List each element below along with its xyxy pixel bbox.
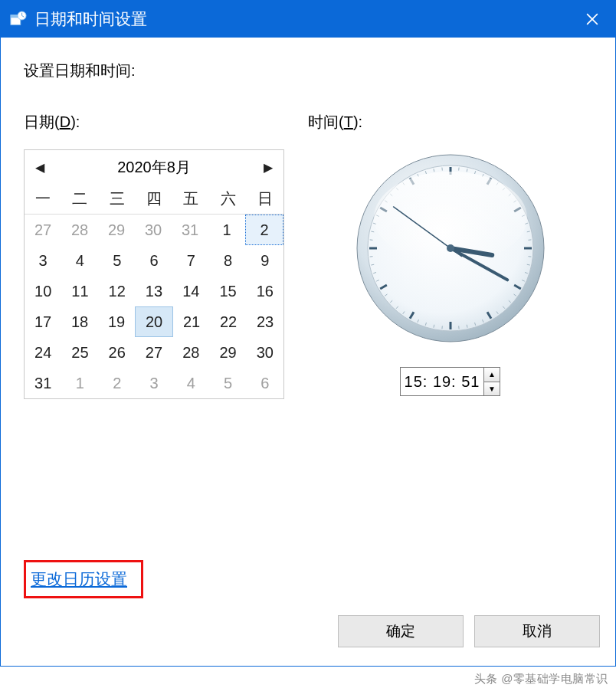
watermark: 头条 @零基础学电脑常识 <box>474 672 608 686</box>
cancel-button[interactable]: 取消 <box>474 615 600 647</box>
calendar-day[interactable]: 3 <box>136 368 172 398</box>
calendar-day[interactable]: 5 <box>99 245 136 276</box>
calendar-dow: 六 <box>209 184 246 215</box>
calendar-day[interactable]: 14 <box>172 276 209 306</box>
calendar-day[interactable]: 15 <box>209 276 246 306</box>
calendar-day[interactable]: 6 <box>247 368 283 398</box>
clock-area: ▲ ▼ <box>308 149 592 396</box>
calendar-day[interactable]: 20 <box>135 306 173 337</box>
calendar-day[interactable]: 7 <box>172 245 209 276</box>
date-label-key: D <box>60 113 70 130</box>
calendar-next-button[interactable]: ▶ <box>254 150 282 184</box>
calendar-dow: 三 <box>99 184 136 215</box>
calendar-day[interactable]: 11 <box>61 276 98 306</box>
calendar-day[interactable]: 18 <box>61 306 98 337</box>
calendar-day[interactable]: 9 <box>247 245 283 276</box>
time-label: 时间(T): <box>308 112 592 133</box>
date-time-icon <box>10 11 27 28</box>
calendar-day[interactable]: 30 <box>135 215 172 245</box>
window-title: 日期和时间设置 <box>34 8 147 30</box>
time-spinner: ▲ ▼ <box>400 367 500 396</box>
calendar-day[interactable]: 29 <box>209 337 246 368</box>
date-column: 日期(D): ◀ 2020年8月 ▶ 一二三四五六日27282930311234… <box>24 112 308 399</box>
calendar-dow: 二 <box>61 184 98 215</box>
svg-point-73 <box>447 244 454 252</box>
calendar-day[interactable]: 1 <box>208 215 245 245</box>
close-button[interactable] <box>569 1 615 38</box>
calendar-day[interactable]: 30 <box>247 337 283 368</box>
time-label-suffix: ): <box>353 113 362 130</box>
calendar-title[interactable]: 2020年8月 <box>117 157 191 178</box>
calendar-day[interactable]: 28 <box>172 337 209 368</box>
calendar-day[interactable]: 1 <box>61 368 98 398</box>
dialog-content: 设置日期和时间: 日期(D): ◀ 2020年8月 ▶ 一二三四五六日27282… <box>1 38 615 399</box>
calendar-day[interactable]: 29 <box>98 215 135 245</box>
dialog-heading: 设置日期和时间: <box>24 61 592 81</box>
calendar-day[interactable]: 13 <box>136 276 172 306</box>
time-spin-up[interactable]: ▲ <box>484 368 500 382</box>
calendar-prev-button[interactable]: ◀ <box>26 150 54 184</box>
calendar-dow: 四 <box>136 184 172 215</box>
calendar-header: ◀ 2020年8月 ▶ <box>25 150 283 184</box>
calendar-day[interactable]: 5 <box>209 368 246 398</box>
date-label: 日期(D): <box>24 112 308 133</box>
date-label-prefix: 日期( <box>24 113 60 130</box>
calendar-day[interactable]: 6 <box>136 245 172 276</box>
calendar-dow: 一 <box>25 184 61 215</box>
calendar-dow: 日 <box>247 184 283 215</box>
calendar-day[interactable]: 27 <box>25 215 61 245</box>
calendar-day[interactable]: 31 <box>172 215 208 245</box>
calendar-day[interactable]: 22 <box>210 306 247 337</box>
calendar-day[interactable]: 12 <box>99 276 136 306</box>
calendar-day[interactable]: 2 <box>245 215 283 245</box>
calendar-day[interactable]: 28 <box>61 215 98 245</box>
time-spin-buttons: ▲ ▼ <box>483 368 500 395</box>
change-calendar-settings-link[interactable]: 更改日历设置 <box>31 570 127 588</box>
calendar-day[interactable]: 25 <box>61 337 98 368</box>
ok-button[interactable]: 确定 <box>338 615 464 647</box>
calendar-day[interactable]: 4 <box>172 368 209 398</box>
calendar-day[interactable]: 8 <box>209 245 246 276</box>
time-label-prefix: 时间( <box>308 113 344 130</box>
calendar-dow: 五 <box>172 184 209 215</box>
time-column: 时间(T): <box>308 112 592 399</box>
calendar: ◀ 2020年8月 ▶ 一二三四五六日272829303112345678910… <box>24 149 284 399</box>
calendar-grid: 一二三四五六日272829303112345678910111213141516… <box>25 184 283 398</box>
calendar-day[interactable]: 17 <box>25 306 61 337</box>
calendar-day[interactable]: 4 <box>61 245 98 276</box>
calendar-day[interactable]: 31 <box>25 368 61 398</box>
calendar-day[interactable]: 16 <box>247 276 283 306</box>
calendar-day[interactable]: 21 <box>173 306 210 337</box>
calendar-day[interactable]: 10 <box>25 276 61 306</box>
time-input[interactable] <box>401 368 483 395</box>
titlebar: 日期和时间设置 <box>1 1 615 38</box>
time-spin-down[interactable]: ▼ <box>484 382 500 396</box>
date-label-suffix: ): <box>70 113 80 130</box>
analog-clock <box>355 152 546 344</box>
time-label-key: T <box>344 113 353 130</box>
calendar-day[interactable]: 23 <box>247 306 283 337</box>
calendar-day[interactable]: 2 <box>99 368 136 398</box>
dialog-buttons: 确定 取消 <box>338 615 600 647</box>
change-calendar-settings-highlight: 更改日历设置 <box>24 560 143 598</box>
calendar-day[interactable]: 3 <box>25 245 61 276</box>
calendar-day[interactable]: 27 <box>136 337 172 368</box>
calendar-day[interactable]: 19 <box>98 306 135 337</box>
dialog-window: 日期和时间设置 设置日期和时间: 日期(D): ◀ 2020年8月 ▶ 一二三四… <box>0 0 616 667</box>
calendar-day[interactable]: 24 <box>25 337 61 368</box>
calendar-day[interactable]: 26 <box>99 337 136 368</box>
